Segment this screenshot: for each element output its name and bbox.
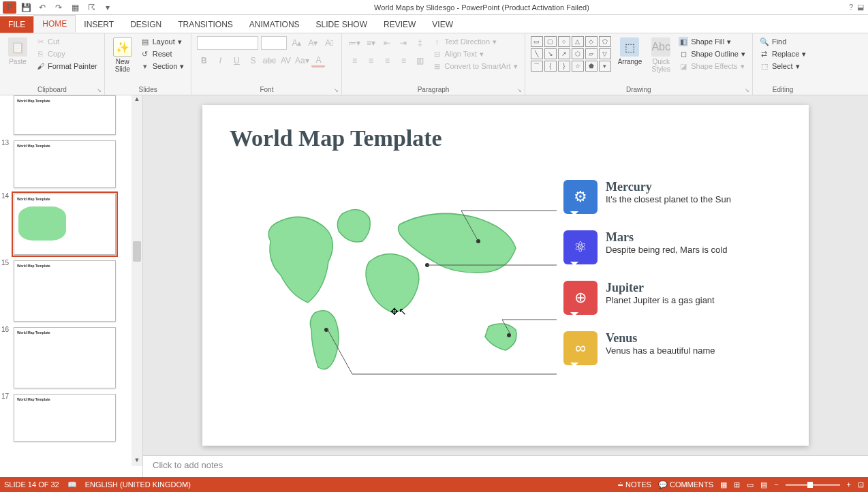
tab-slideshow[interactable]: SLIDE SHOW (308, 16, 375, 33)
world-map[interactable]: ✥↖ (250, 194, 523, 384)
align-left-icon[interactable]: ≡ (347, 54, 361, 67)
align-text-button[interactable]: ⊟Align Text ▾ (431, 48, 518, 59)
strike-icon[interactable]: abc (262, 54, 276, 67)
notes-button[interactable]: ≐ NOTES (617, 480, 651, 489)
font-size-combo[interactable] (261, 36, 287, 50)
align-right-icon[interactable]: ≡ (380, 54, 394, 67)
scroll-down-icon[interactable]: ▼ (131, 457, 142, 466)
paragraph-launcher-icon[interactable]: ↘ (517, 87, 522, 93)
drawing-launcher-icon[interactable]: ↘ (745, 87, 749, 93)
qat-customize-icon[interactable]: ▾ (101, 1, 114, 14)
thumb-17[interactable]: 17 World Map Template (0, 391, 142, 444)
paste-button[interactable]: 📋 Paste (5, 36, 30, 67)
window-title: World Maps by Slidesgo - PowerPoint (Pro… (114, 3, 849, 12)
zoom-in-icon[interactable]: + (847, 480, 851, 489)
font-launcher-icon[interactable]: ↘ (334, 87, 339, 93)
reading-view-icon[interactable]: ▭ (747, 480, 754, 489)
language-indicator[interactable]: ENGLISH (UNITED KINGDOM) (85, 480, 191, 489)
powerpoint-icon[interactable]: P (3, 1, 16, 14)
slideshow-view-icon[interactable]: ▤ (760, 480, 767, 489)
ribbon: 📋 Paste ✂Cut ⎘Copy 🖌Format Painter Clipb… (0, 33, 868, 95)
shape-effects-button[interactable]: ◪Shape Effects ▾ (677, 61, 747, 72)
cut-button[interactable]: ✂Cut (34, 36, 99, 47)
copy-button[interactable]: ⎘Copy (34, 48, 99, 59)
scroll-up-icon[interactable]: ▲ (131, 95, 142, 105)
italic-icon[interactable]: I (213, 54, 227, 67)
zoom-slider[interactable] (786, 484, 840, 486)
tab-home[interactable]: HOME (33, 15, 76, 33)
tab-view[interactable]: VIEW (424, 16, 461, 33)
select-icon: ⬚ (760, 61, 769, 71)
shape-fill-button[interactable]: ◧Shape Fill ▾ (677, 36, 747, 47)
zoom-out-icon[interactable]: − (774, 480, 778, 489)
scroll-handle[interactable] (133, 241, 141, 262)
bullets-icon[interactable]: ≔▾ (347, 36, 361, 50)
redo-icon[interactable]: ↷ (52, 1, 65, 14)
increase-indent-icon[interactable]: ⇥ (397, 36, 410, 50)
start-from-beginning-icon[interactable]: ▦ (68, 1, 82, 14)
line-spacing-icon[interactable]: ‡ (413, 36, 427, 50)
clipboard-launcher-icon[interactable]: ↘ (97, 87, 102, 93)
notes-pane[interactable]: Click to add notes (143, 455, 868, 477)
tab-review[interactable]: REVIEW (375, 16, 424, 33)
ribbon-display-icon[interactable]: ⬓ (857, 3, 864, 12)
columns-icon[interactable]: ▥ (413, 54, 427, 67)
fit-to-window-icon[interactable]: ⊡ (858, 480, 864, 489)
slide-canvas[interactable]: World Map Template (202, 105, 809, 446)
smartart-button[interactable]: ⊞Convert to SmartArt ▾ (431, 61, 518, 72)
font-family-combo[interactable] (197, 36, 258, 50)
quick-styles-button[interactable]: Abc Quick Styles (649, 36, 673, 74)
shadow-icon[interactable]: S (246, 54, 260, 67)
increase-font-icon[interactable]: A▴ (290, 36, 303, 50)
tab-animations[interactable]: ANIMATIONS (241, 16, 308, 33)
callout-mercury[interactable]: ⚙ MercuryIt's the closest planet to the … (563, 180, 775, 214)
numbering-icon[interactable]: ≡▾ (364, 36, 377, 50)
undo-icon[interactable]: ↶ (35, 1, 49, 14)
thumb-16[interactable]: 16 World Map Template (0, 324, 142, 391)
slide-counter[interactable]: SLIDE 14 OF 32 (4, 480, 59, 489)
format-painter-button[interactable]: 🖌Format Painter (34, 61, 99, 72)
thumb-13[interactable]: 13 World Map Template (0, 138, 142, 191)
tab-transitions[interactable]: TRANSITIONS (170, 16, 241, 33)
replace-button[interactable]: ⇄Replace ▾ (758, 48, 807, 59)
clear-format-icon[interactable]: A⃠ (322, 36, 336, 50)
reset-button[interactable]: ↺Reset (139, 48, 186, 59)
callout-venus[interactable]: ∞ VenusVenus has a beautiful name (563, 331, 775, 365)
spell-check-icon[interactable]: 📖 (67, 480, 77, 489)
tab-file[interactable]: FILE (0, 16, 33, 33)
new-slide-button[interactable]: ✨ New Slide (110, 36, 135, 74)
thumbnail-panel: World Map Template 13 World Map Template… (0, 95, 143, 477)
decrease-font-icon[interactable]: A▾ (306, 36, 320, 50)
spacing-icon[interactable]: AV (279, 54, 292, 67)
bold-icon[interactable]: B (197, 54, 211, 67)
layout-button[interactable]: ▤Layout ▾ (139, 36, 186, 47)
shape-outline-button[interactable]: ◻Shape Outline ▾ (677, 48, 747, 59)
tab-design[interactable]: DESIGN (122, 16, 170, 33)
slide-title[interactable]: World Map Template (230, 125, 781, 151)
select-button[interactable]: ⬚Select ▾ (758, 61, 807, 72)
help-icon[interactable]: ? (849, 3, 853, 12)
find-button[interactable]: 🔍Find (758, 36, 807, 47)
text-direction-button[interactable]: ↕Text Direction ▾ (431, 36, 518, 47)
underline-icon[interactable]: U (230, 54, 243, 67)
thumb-12-partial[interactable]: World Map Template (0, 95, 142, 138)
shape-gallery[interactable]: ▭▢○△◇⬠ ╲↘↗⬡▱▽ ⌒{}☆⬟▾ (531, 36, 611, 72)
thumb-scrollbar[interactable]: ▲ ▼ (131, 95, 142, 466)
section-button[interactable]: ▾Section ▾ (139, 61, 186, 72)
change-case-icon[interactable]: Aa▾ (295, 54, 309, 67)
tab-insert[interactable]: INSERT (76, 16, 122, 33)
sorter-view-icon[interactable]: ⊞ (734, 480, 740, 489)
justify-icon[interactable]: ≡ (397, 54, 410, 67)
callout-jupiter[interactable]: ⊕ JupiterPlanet Jupiter is a gas giant (563, 281, 775, 315)
normal-view-icon[interactable]: ▦ (720, 480, 727, 489)
font-color-icon[interactable]: A (311, 54, 325, 67)
touch-mode-icon[interactable]: ☈ (84, 1, 98, 14)
arrange-button[interactable]: ⬚ Arrange (615, 36, 645, 67)
align-center-icon[interactable]: ≡ (364, 54, 377, 67)
callout-mars[interactable]: ⚛ MarsDespite being red, Mars is cold (563, 230, 775, 264)
save-icon[interactable]: 💾 (19, 1, 33, 14)
thumb-15[interactable]: 15 World Map Template (0, 258, 142, 324)
comments-button[interactable]: 💬 COMMENTS (658, 480, 713, 489)
decrease-indent-icon[interactable]: ⇤ (380, 36, 394, 50)
thumb-14[interactable]: 14 World Map Template (0, 191, 142, 258)
